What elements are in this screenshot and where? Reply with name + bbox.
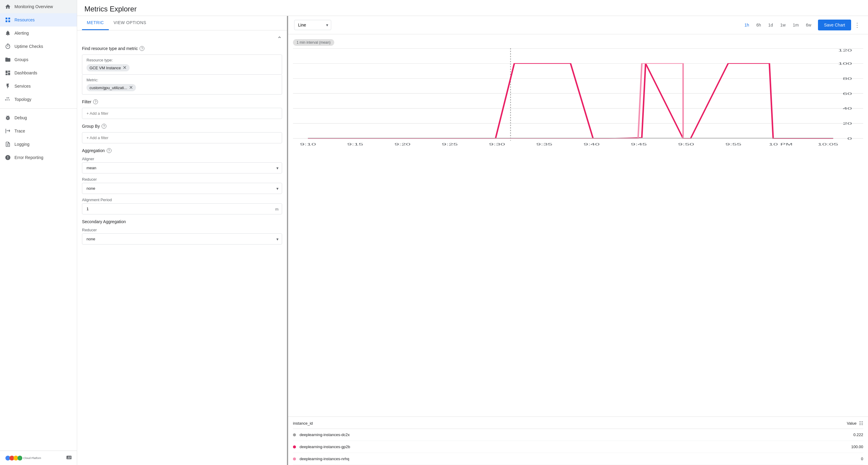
- time-btn-1w[interactable]: 1w: [777, 21, 789, 29]
- chart-container: 1 min interval (mean) 0: [288, 34, 868, 417]
- timer-icon: [5, 43, 11, 49]
- alignment-period-input[interactable]: [82, 203, 282, 214]
- sidebar-item-dashboards[interactable]: Dashboards: [0, 66, 77, 79]
- metric-row: Metric: custom/gpu_utilizati... ✕: [82, 75, 282, 95]
- chart-type-select[interactable]: Line Bar Stacked Bar: [294, 20, 331, 30]
- sidebar-item-groups[interactable]: Groups: [0, 53, 77, 66]
- chart-area: 1 min interval (mean) 0: [288, 34, 868, 465]
- aligner-select-wrapper: mean sum min max: [82, 162, 282, 173]
- more-options-button[interactable]: ⋮: [852, 20, 862, 30]
- legend-name-nrhq: deeplearning-instances-nrhq: [300, 457, 861, 461]
- svg-text:9:45: 9:45: [631, 142, 647, 146]
- svg-text:40: 40: [843, 107, 852, 110]
- right-panel: Line Bar Stacked Bar 1h 6h 1d 1w 1m 6w S…: [288, 16, 868, 465]
- secondary-reducer-row: Reducer none sum mean: [82, 228, 282, 244]
- time-btn-1m[interactable]: 1m: [790, 21, 802, 29]
- groupby-title: Group By ?: [82, 124, 282, 129]
- secondary-aggregation-section: Secondary Aggregation Reducer none sum m…: [82, 219, 282, 244]
- secondary-reducer-select[interactable]: none sum mean: [82, 233, 282, 244]
- sidebar-item-error-reporting[interactable]: Error Reporting: [0, 151, 77, 164]
- legend-row: deeplearning-instances-gp2b 100.00: [293, 441, 863, 453]
- legend-header-value: Value: [847, 421, 857, 426]
- sidebar-label: Logging: [14, 142, 30, 147]
- tabs-bar: METRIC VIEW OPTIONS: [77, 16, 287, 30]
- time-btn-1h[interactable]: 1h: [741, 21, 752, 29]
- groupby-input[interactable]: [82, 132, 282, 143]
- sidebar-item-monitoring-overview[interactable]: Monitoring Overview: [0, 0, 77, 13]
- sidebar-item-topology[interactable]: Topology: [0, 93, 77, 106]
- groupby-section: Group By ?: [82, 124, 282, 143]
- svg-text:9:10: 9:10: [300, 142, 316, 146]
- sidebar-label: Trace: [14, 129, 25, 133]
- sidebar-item-services[interactable]: Services: [0, 79, 77, 93]
- flash-icon: [5, 83, 11, 89]
- tab-metric[interactable]: METRIC: [82, 16, 109, 30]
- svg-text:9:40: 9:40: [584, 142, 599, 146]
- secondary-aggregation-title: Secondary Aggregation: [82, 219, 282, 224]
- sidebar-bottom: Cloud Platform: [0, 451, 77, 465]
- column-toggle-icon[interactable]: ☷: [859, 421, 863, 426]
- sidebar-label: Alerting: [14, 31, 29, 36]
- sidebar-item-alerting[interactable]: Alerting: [0, 27, 77, 40]
- topology-icon: [5, 96, 11, 102]
- time-btn-6h[interactable]: 6h: [753, 21, 764, 29]
- find-resource-section: Find resource type and metric ? Resource…: [82, 46, 282, 95]
- legend-row: deeplearning-instances-nrhq 0: [293, 453, 863, 465]
- time-range-buttons: 1h 6h 1d 1w 1m 6w Save Chart ⋮: [741, 20, 862, 30]
- aggregation-title: Aggregation ?: [82, 148, 282, 153]
- metric-label: Metric:: [87, 78, 278, 82]
- svg-text:20: 20: [843, 122, 852, 126]
- chart-type-wrapper: Line Bar Stacked Bar: [294, 20, 331, 30]
- trace-icon: [5, 128, 11, 134]
- save-chart-button[interactable]: Save Chart: [818, 20, 851, 30]
- aligner-select[interactable]: mean sum min max: [82, 162, 282, 173]
- aligner-label: Aligner: [82, 157, 282, 161]
- main-content: Metrics Explorer METRIC VIEW OPTIONS ⌃ F…: [77, 0, 868, 465]
- svg-text:10:05: 10:05: [818, 142, 838, 146]
- reducer-select-wrapper: none sum mean: [82, 183, 282, 194]
- svg-text:9:50: 9:50: [678, 142, 694, 146]
- sidebar-label: Services: [14, 84, 31, 89]
- sidebar-label: Monitoring Overview: [14, 4, 53, 9]
- legend-name-gp2b: deeplearning-instances-gp2b: [300, 444, 851, 449]
- metric-chip[interactable]: custom/gpu_utilizati... ✕: [87, 84, 136, 91]
- home-icon: [5, 4, 11, 10]
- section-collapse-row: ⌃: [82, 35, 282, 42]
- filter-input[interactable]: [82, 108, 282, 119]
- legend-row: deeplearning-instances-dc2x 0.222: [293, 429, 863, 441]
- reducer-select[interactable]: none sum mean: [82, 183, 282, 194]
- find-resource-help-icon[interactable]: ?: [140, 46, 144, 51]
- filter-help-icon[interactable]: ?: [93, 99, 98, 104]
- legend-name-dc2x: deeplearning-instances-dc2x: [300, 432, 853, 437]
- svg-text:10 PM: 10 PM: [769, 142, 793, 146]
- page-title: Metrics Explorer: [84, 5, 861, 13]
- reducer-label: Reducer: [82, 177, 282, 181]
- resource-type-label: Resource type:: [87, 58, 278, 62]
- sidebar-label: Debug: [14, 115, 27, 120]
- time-btn-1d[interactable]: 1d: [765, 21, 776, 29]
- time-btn-6w[interactable]: 6w: [803, 21, 814, 29]
- tab-view-options[interactable]: VIEW OPTIONS: [109, 16, 151, 30]
- folder-icon: [5, 57, 11, 63]
- aggregation-help-icon[interactable]: ?: [107, 148, 112, 153]
- sidebar-item-uptime-checks[interactable]: Uptime Checks: [0, 40, 77, 53]
- resource-type-chip[interactable]: GCE VM Instance ✕: [87, 64, 130, 71]
- sidebar-keyboard-icon[interactable]: [66, 455, 72, 461]
- sidebar-item-resources[interactable]: Resources: [0, 13, 77, 27]
- sidebar-item-trace[interactable]: Trace: [0, 124, 77, 138]
- svg-text:0: 0: [847, 136, 852, 140]
- svg-text:Cloud Platform: Cloud Platform: [23, 457, 41, 460]
- aligner-row: Aligner mean sum min max: [82, 157, 282, 173]
- svg-text:9:20: 9:20: [395, 142, 410, 146]
- secondary-reducer-label: Reducer: [82, 228, 282, 232]
- resource-type-chip-close[interactable]: ✕: [123, 65, 127, 70]
- alignment-period-label: Alignment Period: [82, 198, 282, 202]
- chart-toolbar: Line Bar Stacked Bar 1h 6h 1d 1w 1m 6w S…: [288, 16, 868, 34]
- groupby-help-icon[interactable]: ?: [101, 124, 106, 129]
- collapse-button[interactable]: ⌃: [277, 35, 282, 42]
- legend-dot-gp2b: [293, 445, 296, 449]
- sidebar-item-logging[interactable]: Logging: [0, 138, 77, 151]
- sidebar-label: Dashboards: [14, 70, 37, 75]
- sidebar-item-debug[interactable]: Debug: [0, 111, 77, 124]
- metric-chip-close[interactable]: ✕: [129, 85, 133, 90]
